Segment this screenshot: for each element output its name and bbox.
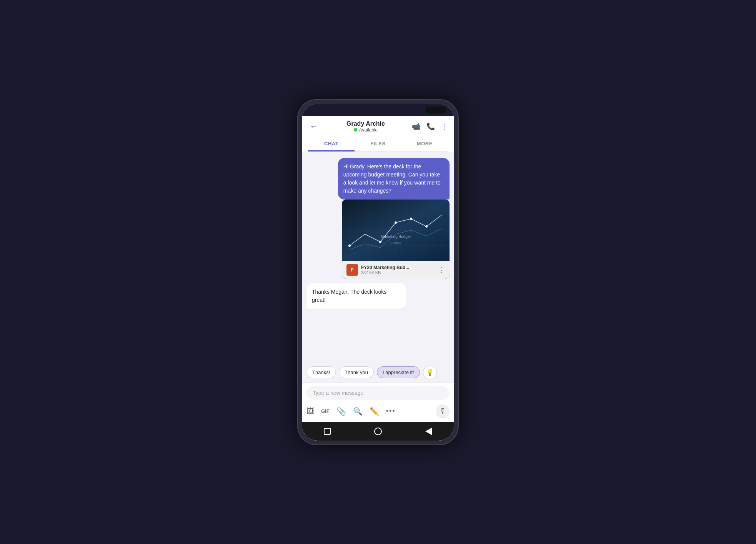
back-button[interactable]: ← xyxy=(308,120,320,133)
incoming-message: Thanks Megan. The deck looks great! xyxy=(306,283,450,309)
svg-point-10 xyxy=(410,218,412,220)
file-attachment[interactable]: Marketing Budget FY2020 P FY20 Marketing… xyxy=(342,200,450,279)
search-icon[interactable]: 🔍 xyxy=(353,407,363,416)
tab-bar: CHAT FILES MORE xyxy=(308,137,448,152)
header-top: ← Grady Archie Available 📹 📞 ⋮ xyxy=(308,120,448,137)
contact-info: Grady Archie Available xyxy=(320,120,412,133)
suggestion-thanks[interactable]: Thanks! xyxy=(306,366,336,378)
pen-icon[interactable]: ✏️ xyxy=(370,407,379,416)
attach-icon[interactable]: 📎 xyxy=(336,407,346,416)
file-meta: FY20 Marketing Bud... 337.54 KB xyxy=(361,265,409,275)
tab-chat[interactable]: CHAT xyxy=(308,137,355,151)
contact-name: Grady Archie xyxy=(346,120,385,127)
nav-home-icon[interactable] xyxy=(373,426,383,437)
video-call-icon[interactable]: 📹 xyxy=(412,122,420,131)
camera-pill xyxy=(425,106,446,113)
svg-point-11 xyxy=(425,225,428,228)
svg-point-8 xyxy=(379,241,381,243)
file-menu-icon[interactable]: ⋮ xyxy=(438,266,445,274)
tab-files[interactable]: FILES xyxy=(355,137,401,151)
status-dot xyxy=(354,128,357,131)
file-details: P FY20 Marketing Bud... 337.54 KB xyxy=(346,264,409,276)
file-info: P FY20 Marketing Bud... 337.54 KB ⋮ xyxy=(342,261,450,279)
file-name: FY20 Marketing Bud... xyxy=(361,265,409,270)
svg-text:FY2020: FY2020 xyxy=(390,241,401,245)
phone-call-icon[interactable]: 📞 xyxy=(426,122,435,131)
toolbar: 🖼 GIF 📎 🔍 ✏️ ••• 🎙 xyxy=(306,403,450,421)
phone-frame: ← Grady Archie Available 📹 📞 ⋮ CHAT xyxy=(297,99,459,445)
tab-more[interactable]: MORE xyxy=(401,137,448,151)
incoming-bubble: Thanks Megan. The deck looks great! xyxy=(306,283,406,309)
more-options-icon[interactable]: ⋮ xyxy=(441,122,448,131)
chat-area: Hi Grady. Here's the deck for the upcomi… xyxy=(302,152,454,364)
status-text: Available xyxy=(359,127,378,133)
svg-point-9 xyxy=(395,221,397,224)
file-size: 337.54 KB xyxy=(361,270,409,275)
mic-button[interactable]: 🎙 xyxy=(436,404,450,418)
message-input[interactable]: Type a new message xyxy=(306,386,450,400)
outgoing-bubble: Hi Grady. Here's the deck for the upcomi… xyxy=(338,158,450,200)
nav-back-icon[interactable] xyxy=(423,426,434,437)
suggestion-appreciate[interactable]: I appreciate it! xyxy=(377,366,420,378)
outgoing-message: Hi Grady. Here's the deck for the upcomi… xyxy=(306,158,450,279)
suggestions-bar: Thanks! Thank you I appreciate it! 💡 xyxy=(302,364,454,383)
svg-text:Marketing Budget: Marketing Budget xyxy=(381,235,411,239)
toolbar-left: 🖼 GIF 📎 🔍 ✏️ ••• xyxy=(306,407,396,416)
input-area: Type a new message 🖼 GIF 📎 🔍 ✏️ ••• 🎙 xyxy=(302,383,454,422)
file-preview: Marketing Budget FY2020 xyxy=(342,200,450,261)
gif-icon[interactable]: GIF xyxy=(321,408,330,414)
more-toolbar-icon[interactable]: ••• xyxy=(386,407,396,415)
svg-point-7 xyxy=(348,245,351,247)
camera-bar xyxy=(302,104,454,116)
phone-screen: ← Grady Archie Available 📹 📞 ⋮ CHAT xyxy=(302,104,454,441)
image-icon[interactable]: 🖼 xyxy=(306,407,314,416)
nav-bar xyxy=(302,422,454,441)
nav-square-icon[interactable] xyxy=(322,426,333,437)
suggestion-thank-you[interactable]: Thank you xyxy=(339,366,374,378)
header-actions: 📹 📞 ⋮ xyxy=(412,122,448,131)
contact-status: Available xyxy=(354,127,378,133)
header: ← Grady Archie Available 📹 📞 ⋮ CHAT xyxy=(302,116,454,152)
lightbulb-button[interactable]: 💡 xyxy=(423,366,437,379)
ppt-icon: P xyxy=(346,264,358,276)
